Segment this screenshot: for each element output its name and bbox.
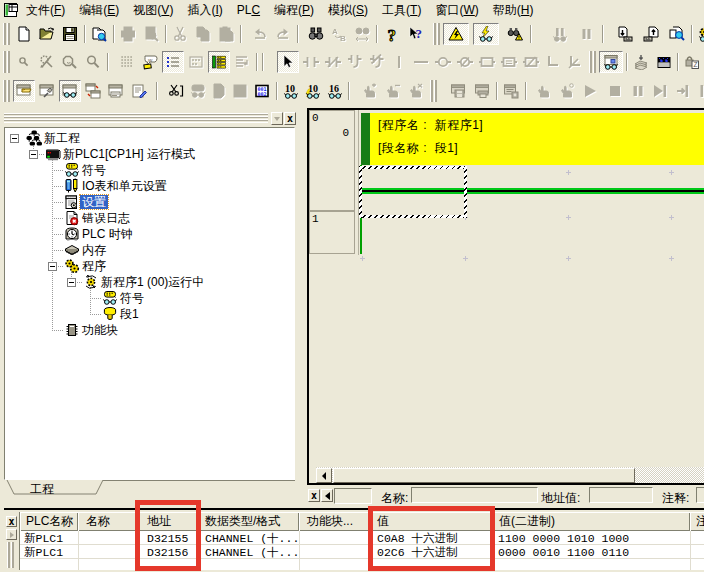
work-online-button[interactable] bbox=[443, 23, 469, 45]
address-bar-close-button[interactable]: x bbox=[308, 489, 320, 502]
watch-col-header[interactable]: 值(二进制) bbox=[491, 512, 690, 531]
rung-compact-list-button[interactable] bbox=[208, 51, 230, 73]
sim-print-window-button[interactable] bbox=[471, 80, 493, 102]
compare-with-plc-button[interactable] bbox=[666, 23, 688, 45]
context-help-button[interactable]: ? bbox=[405, 23, 427, 45]
tree-item-label[interactable]: IO表和单元设置 bbox=[80, 179, 169, 193]
watch-col-header[interactable]: 名称 bbox=[78, 512, 139, 531]
menu-program[interactable]: 编程(P) bbox=[274, 2, 314, 19]
tree-item-label[interactable]: 段1 bbox=[118, 307, 141, 321]
window-watch-button[interactable] bbox=[59, 80, 81, 102]
zoom-in-button[interactable] bbox=[59, 51, 81, 73]
ladder-hscroll-thumb[interactable] bbox=[333, 468, 635, 483]
menu-view[interactable]: 视图(V) bbox=[133, 2, 173, 19]
binary-monitor-button[interactable]: 001002 bbox=[251, 80, 273, 102]
window-crossref-button[interactable] bbox=[82, 80, 104, 102]
tree-item-label[interactable]: 设置 bbox=[80, 195, 108, 209]
watch-col-header[interactable]: 功能块... bbox=[299, 512, 370, 531]
compile-program-button[interactable] bbox=[88, 23, 110, 45]
lock-edit-button[interactable]: Z bbox=[681, 51, 703, 73]
save-floppy-button[interactable] bbox=[59, 23, 81, 45]
help-question-button[interactable]: ? bbox=[382, 23, 404, 45]
zoom-small-button[interactable] bbox=[13, 51, 35, 73]
watch-window-monitor-button[interactable] bbox=[599, 51, 623, 73]
zoom-fit-button[interactable] bbox=[36, 51, 58, 73]
window-output-button[interactable] bbox=[105, 80, 127, 102]
toolbar-grip[interactable] bbox=[433, 23, 441, 45]
properties-sheet-button[interactable] bbox=[128, 80, 150, 102]
project-tab[interactable]: 工程 bbox=[30, 481, 54, 498]
comment-field[interactable] bbox=[696, 487, 704, 503]
tree-item[interactable]: 错误日志 bbox=[64, 210, 132, 226]
menu-help[interactable]: 帮助(H) bbox=[493, 2, 534, 19]
open-folder-button[interactable] bbox=[36, 23, 58, 45]
decimal-10-button[interactable]: 10 bbox=[280, 80, 301, 102]
stacked-sheets-button[interactable] bbox=[630, 51, 651, 73]
watch-expand-button[interactable] bbox=[6, 529, 17, 540]
tree-item-label[interactable]: 新程序1 (00)运行中 bbox=[99, 275, 206, 289]
name-field[interactable] bbox=[411, 487, 538, 503]
tree-item-label[interactable]: 新工程 bbox=[42, 131, 82, 145]
watch-col-header[interactable]: 数据类型/格式 bbox=[198, 512, 299, 531]
toolbar-grip[interactable] bbox=[430, 80, 438, 102]
tree-item-label[interactable]: 新PLC1[CP1H] 运行模式 bbox=[61, 147, 197, 161]
tree-item-label[interactable]: 符号 bbox=[80, 163, 108, 177]
tree-item[interactable]: 新PLC1[CP1H] 运行模式 bbox=[45, 146, 197, 162]
project-panel-menu-button[interactable] bbox=[271, 112, 283, 125]
toolbar-grip[interactable] bbox=[3, 80, 11, 102]
transfer-to-plc-button[interactable] bbox=[614, 23, 636, 45]
watch-col-header[interactable]: 注释 bbox=[690, 512, 704, 531]
toolbar-grip[interactable] bbox=[3, 23, 11, 45]
window-build-button[interactable] bbox=[36, 80, 58, 102]
tree-expander[interactable] bbox=[67, 278, 76, 287]
project-panel-grip[interactable] bbox=[4, 113, 268, 123]
menu-insert[interactable]: 插入(I) bbox=[187, 2, 222, 19]
tree-item[interactable]: PLC 时钟 bbox=[64, 226, 135, 242]
tree-item[interactable]: 功能块 bbox=[64, 322, 120, 338]
transfer-from-plc-button[interactable] bbox=[640, 23, 662, 45]
tree-item[interactable]: 新工程 bbox=[26, 130, 82, 146]
new-document-button[interactable] bbox=[13, 23, 35, 45]
section-cut-button[interactable] bbox=[165, 80, 187, 102]
rung-annotation-list-button[interactable] bbox=[162, 51, 184, 73]
grid-toggle-button[interactable] bbox=[116, 51, 138, 73]
tree-item-label[interactable]: 内存 bbox=[80, 243, 108, 257]
sim-transfer-window-button[interactable] bbox=[500, 80, 522, 102]
zoom-out-button[interactable] bbox=[82, 51, 104, 73]
ladder-hscroll-left-button[interactable] bbox=[316, 468, 332, 483]
online-edit-gears-button[interactable] bbox=[695, 23, 704, 45]
rung-margin-0[interactable] bbox=[309, 110, 355, 211]
pause-monitor-button[interactable] bbox=[504, 23, 526, 45]
tree-expander[interactable] bbox=[48, 262, 57, 271]
tree-item[interactable]: 内存 bbox=[64, 242, 108, 258]
menu-simulation[interactable]: 模拟(S) bbox=[328, 2, 368, 19]
tree-item-label[interactable]: 功能块 bbox=[80, 323, 120, 337]
comment-bubble-button[interactable]: w bbox=[139, 51, 161, 73]
select-arrow-button[interactable] bbox=[277, 51, 299, 73]
address-bar-prev-button[interactable] bbox=[321, 489, 333, 502]
tree-item[interactable]: 新程序1 (00)运行中 bbox=[83, 274, 206, 290]
tree-item[interactable]: 程序 bbox=[64, 258, 108, 274]
menu-tools[interactable]: 工具(T) bbox=[382, 2, 421, 19]
toolbar-grip[interactable] bbox=[3, 51, 11, 73]
tree-item-label[interactable]: 程序 bbox=[80, 259, 108, 273]
tree-item[interactable]: 段1 bbox=[102, 306, 141, 322]
tree-expander[interactable] bbox=[29, 150, 38, 159]
project-panel-close-button[interactable]: x bbox=[284, 112, 296, 125]
watch-close-button[interactable]: x bbox=[6, 516, 17, 527]
hex-16-button[interactable]: 16 bbox=[324, 80, 345, 102]
sim-save-window-button[interactable] bbox=[447, 80, 469, 102]
tree-item-label[interactable]: 错误日志 bbox=[80, 211, 132, 225]
tree-item[interactable]: 设置 bbox=[64, 194, 108, 210]
menu-file[interactable]: 文件(F) bbox=[26, 2, 65, 19]
tree-item-label[interactable]: PLC 时钟 bbox=[80, 227, 135, 241]
menu-plc[interactable]: PLC bbox=[237, 3, 260, 17]
tree-item-label[interactable]: 符号 bbox=[118, 291, 146, 305]
toolbar-grip[interactable] bbox=[589, 51, 597, 73]
watch-grip[interactable] bbox=[7, 542, 14, 568]
watch-col-header[interactable]: PLC名称 bbox=[20, 512, 78, 531]
tree-item[interactable]: 符号 bbox=[64, 162, 108, 178]
address-value-field[interactable] bbox=[589, 487, 653, 503]
signed-decimal-10-button[interactable]: 10 bbox=[302, 80, 323, 102]
menu-edit[interactable]: 编辑(E) bbox=[79, 2, 119, 19]
